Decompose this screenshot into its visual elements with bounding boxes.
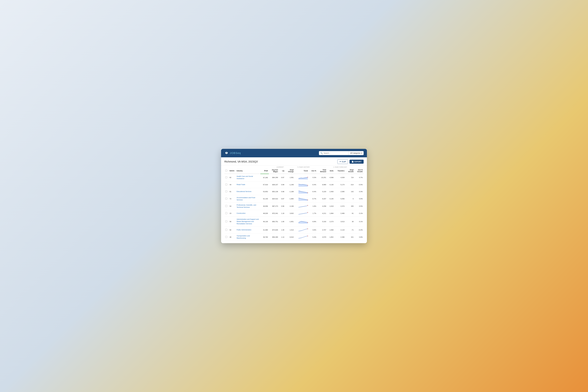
ann-pct-growth-cell: 0.5% <box>354 202 364 210</box>
logo-text: JOBSeq <box>230 152 241 154</box>
header-exits: Exits <box>327 168 334 174</box>
main-window: JOBSeq 🔍 All Categories ▾ Richmond, VA M… <box>221 149 367 243</box>
transfers-cell: 4,939 <box>334 174 346 181</box>
ann-pct-growth-cell: -0.2% <box>354 226 364 234</box>
total-demand-cell: 9,207 <box>317 195 327 202</box>
row-checkbox[interactable] <box>224 188 228 195</box>
history-label: 5-YEAR HISTORY <box>290 166 317 168</box>
industry-cell[interactable]: Construction <box>236 210 260 217</box>
header-total-demand: TotalDemand <box>317 168 327 174</box>
industry-cell[interactable]: Health Care and Social Assistance <box>236 174 260 181</box>
transfers-cell: 2,110 <box>334 226 346 234</box>
logo: JOBSeq <box>224 151 241 155</box>
row-checkbox[interactable] <box>224 202 228 210</box>
empl-growth-cell: 265 <box>346 202 354 210</box>
naics-cell: 61 <box>228 188 236 195</box>
exits-cell: 2,493 <box>327 188 334 195</box>
industry-cell[interactable]: Professional, Scientific, and Technical … <box>236 202 260 210</box>
header-empl-growth: EmplGrowth <box>346 168 354 174</box>
category-select[interactable]: All Categories ▾ <box>348 152 364 154</box>
ann-pct-cell: 1.8% <box>309 202 317 210</box>
svg-point-9 <box>308 236 308 236</box>
total-demand-cell: 4,258 <box>317 202 327 210</box>
row-checkbox[interactable] <box>224 181 228 188</box>
avg-ann-wages-cell: $56,390 <box>269 234 279 241</box>
empl-cell: 46,130 <box>260 217 269 226</box>
header-empl: Empl <box>260 168 269 174</box>
forecast-label: 1-YEAR FORECAST <box>317 166 363 168</box>
industry-cell[interactable]: Transportation and Warehousing <box>236 234 260 241</box>
ann-pct-cell: -0.4% <box>309 181 317 188</box>
row-checkbox[interactable] <box>224 210 228 217</box>
empl-cell: 97,295 <box>260 174 269 181</box>
ann-pct-cell: -0.8% <box>309 217 317 226</box>
row-checkbox[interactable] <box>224 217 228 226</box>
trend-cell <box>294 174 309 181</box>
action-buttons: ✂ CLIP 📄 EXPORT <box>338 160 364 164</box>
trend-cell <box>294 188 309 195</box>
naics-cell: 54 <box>228 202 236 210</box>
page-title: Richmond, VA MSA, 2023Q31 <box>224 160 258 163</box>
transfers-cell: 5,056 <box>334 195 346 202</box>
avg-ann-wages-cell: $50,751 <box>269 217 279 226</box>
header-ann-pct-growth: Ann %Growth <box>354 168 364 174</box>
select-all-checkbox[interactable] <box>225 170 227 172</box>
total-demand-cell: 4,570 <box>317 234 327 241</box>
lq-cell: 1.06 <box>279 217 285 226</box>
header-ann-pct: Ann % <box>309 168 317 174</box>
table-header-row: NAICS Industry Empl Avg AnnWages LQ Empl… <box>224 168 364 174</box>
exits-cell: 1,619 <box>327 202 334 210</box>
empl-cell: 48,026 <box>260 210 269 217</box>
search-input[interactable] <box>324 151 347 155</box>
avg-ann-wages-cell: $70,341 <box>269 210 279 217</box>
empl-change-cell: 4,196 <box>285 202 294 210</box>
table-row: 44 Retail Trade 67,919 $39,107 0.99 -1,2… <box>224 181 364 188</box>
header-avg-ann-wages: Avg AnnWages <box>269 168 279 174</box>
total-demand-cell: 10,251 <box>317 174 327 181</box>
trend-cell <box>294 202 309 210</box>
ann-pct-growth-cell: 0.8% <box>354 234 364 241</box>
ann-pct-cell: 1.7% <box>309 210 317 217</box>
exits-cell: 1,852 <box>327 234 334 241</box>
row-checkbox[interactable] <box>224 174 228 181</box>
header-checkbox[interactable] <box>224 168 228 174</box>
exits-cell: 4,145 <box>327 195 334 202</box>
ann-pct-growth-cell: 0.7% <box>354 174 364 181</box>
total-demand-cell: 4,211 <box>317 210 327 217</box>
exits-cell: 2,273 <box>327 217 334 226</box>
total-demand-cell: 3,707 <box>317 226 327 234</box>
empl-change-cell: 1,581 <box>285 174 294 181</box>
export-button[interactable]: 📄 EXPORT <box>350 160 364 164</box>
empl-growth-cell: 30 <box>346 217 354 226</box>
industry-cell[interactable]: Public Administration <box>236 226 260 234</box>
table-row: 72 Accommodation and Food Services 52,14… <box>224 195 364 202</box>
empl-change-cell: -1,189 <box>285 188 294 195</box>
table-body: 62 Health Care and Social Assistance 97,… <box>224 174 364 241</box>
avg-ann-wages-cell: $74,826 <box>269 226 279 234</box>
row-checkbox[interactable] <box>224 195 228 202</box>
row-checkbox[interactable] <box>224 226 228 234</box>
svg-point-8 <box>308 228 308 229</box>
ann-pct-cell: -0.7% <box>309 195 317 202</box>
header-empl-change: EmplChange <box>285 168 294 174</box>
empl-cell: 38,760 <box>260 234 269 241</box>
industry-cell[interactable]: Educational Services <box>236 188 260 195</box>
total-demand-cell: 5,316 <box>317 217 327 226</box>
empl-change-cell: 3,832 <box>285 210 294 217</box>
industry-cell[interactable]: Accommodation and Food Services <box>236 195 260 202</box>
table-wrapper: NAICS Industry Empl Avg AnnWages LQ Empl… <box>221 168 367 243</box>
ann-pct-cell: 0.3% <box>309 174 317 181</box>
clip-button[interactable]: ✂ CLIP <box>338 160 348 164</box>
table-row: 62 Health Care and Social Assistance 97,… <box>224 174 364 181</box>
empl-growth-cell: -71 <box>346 226 354 234</box>
row-checkbox[interactable] <box>224 234 228 241</box>
ann-pct-cell: -0.4% <box>309 188 317 195</box>
empl-change-cell: 8,910 <box>285 234 294 241</box>
industry-cell[interactable]: Retail Trade <box>236 181 260 188</box>
header-naics: NAICS <box>228 168 236 174</box>
trend-cell <box>294 210 309 217</box>
search-icon: 🔍 <box>320 152 323 154</box>
lq-cell: 0.98 <box>279 188 285 195</box>
empl-change-cell: -1,965 <box>285 195 294 202</box>
industry-cell[interactable]: Administrative and Support and Waste Man… <box>236 217 260 226</box>
